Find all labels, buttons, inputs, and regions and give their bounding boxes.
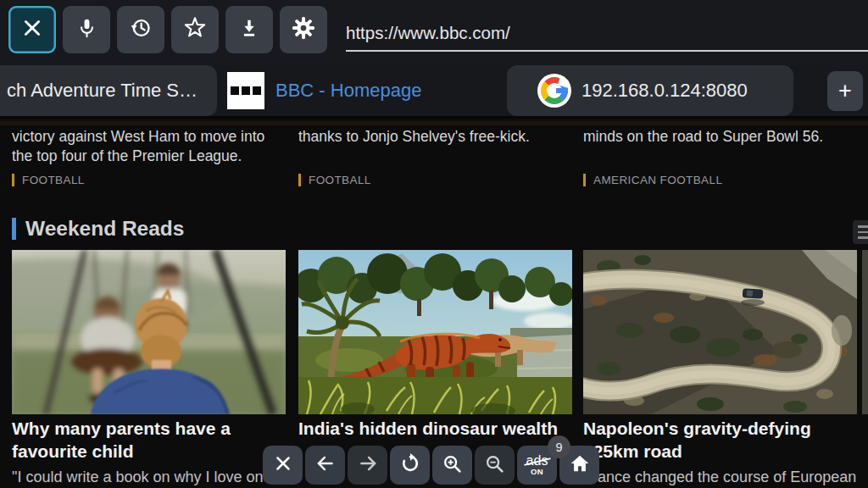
tab-strip: ch Adventure Time S… BBC - Homepage 192.… xyxy=(0,65,868,119)
card-snippet-line1: France changed the course of European xyxy=(583,468,857,486)
nav-zoom-out-button[interactable] xyxy=(475,446,515,485)
notification-badge: 9 xyxy=(548,435,570,458)
url-bar[interactable]: https://www.bbc.com/ xyxy=(346,23,868,52)
card-dinosaur-wealth[interactable]: India's hidden dinosaur wealth xyxy=(298,250,572,441)
history-icon xyxy=(129,16,153,43)
tab-title: 192.168.0.124:8080 xyxy=(581,80,748,102)
card-snippet-line1: "I could write a book on why I love one xyxy=(12,468,286,486)
settings-gear-icon xyxy=(291,15,316,44)
tag-bar xyxy=(583,174,586,186)
section-accent-bar xyxy=(12,218,16,240)
top-toolbar: https://www.bbc.com/ xyxy=(0,0,868,65)
new-tab-button[interactable]: + xyxy=(827,71,863,111)
history-button[interactable] xyxy=(117,6,164,53)
ads-label: ads xyxy=(526,454,548,467)
tag-label: FOOTBALL xyxy=(309,174,371,186)
nav-zoom-in-button[interactable] xyxy=(432,446,472,485)
ads-state-label: ON xyxy=(531,467,543,476)
close-button[interactable] xyxy=(8,6,56,53)
tab-title: BBC - Homepage xyxy=(275,80,421,102)
story-tag: FOOTBALL xyxy=(298,174,371,186)
forward-icon xyxy=(357,452,379,478)
close-icon xyxy=(21,17,43,42)
tag-bar xyxy=(12,174,14,186)
nav-forward-button[interactable] xyxy=(348,446,387,485)
microphone-icon xyxy=(75,17,98,43)
card-favourite-child[interactable]: Why many parents have a favourite child … xyxy=(12,250,286,488)
bbc-favicon xyxy=(227,72,264,109)
tag-label: FOOTBALL xyxy=(22,174,85,186)
home-icon xyxy=(569,452,591,478)
tab-local-server[interactable]: 192.168.0.124:8080 xyxy=(507,65,793,116)
story-text: thanks to Jonjo Shelvey's free-kick. xyxy=(298,127,572,147)
downloads-button[interactable] xyxy=(225,6,273,53)
tab-adventure-time[interactable]: ch Adventure Time S… xyxy=(0,65,217,116)
card-title: India's hidden dinosaur wealth xyxy=(298,418,572,441)
section-header: Weekend Reads xyxy=(12,217,184,241)
card-napoleon-road[interactable]: Napoleon's gravity-defying 325km road Fr… xyxy=(583,250,857,488)
story-tag: FOOTBALL xyxy=(12,174,85,186)
story-tag: AMERICAN FOOTBALL xyxy=(583,174,722,186)
refresh-icon xyxy=(399,452,421,478)
back-icon xyxy=(314,452,337,478)
story-text: minds on the road to Super Bowl 56. xyxy=(583,127,857,147)
plus-icon: + xyxy=(838,78,852,104)
download-icon xyxy=(238,17,260,42)
partial-next-card xyxy=(862,250,868,414)
tab-title: ch Adventure Time S… xyxy=(7,80,198,102)
nav-close-button[interactable] xyxy=(263,446,303,485)
floating-nav-toolbar: 9 xyxy=(263,446,599,485)
nav-refresh-button[interactable] xyxy=(390,446,430,485)
url-text: https://www.bbc.com/ xyxy=(346,23,510,42)
zoom-out-icon xyxy=(484,453,505,478)
zoom-in-icon xyxy=(442,453,463,478)
card-image-dinosaurs-illustration xyxy=(298,250,572,414)
card-image-parents-children-on-swings xyxy=(12,250,286,414)
card-image-aerial-hairpin-road xyxy=(583,250,857,414)
card-title: Why many parents have a favourite child xyxy=(12,418,286,463)
nav-back-button[interactable] xyxy=(305,446,345,485)
story-shelvey[interactable]: thanks to Jonjo Shelvey's free-kick. FOO… xyxy=(298,121,572,199)
close-icon xyxy=(273,453,293,477)
bookmarks-button[interactable] xyxy=(171,6,219,53)
settings-button[interactable] xyxy=(280,6,327,53)
tag-bar xyxy=(298,174,301,186)
card-title: Napoleon's gravity-defying 325km road xyxy=(583,418,857,463)
tab-bbc-homepage-active[interactable]: BBC - Homepage xyxy=(217,65,507,116)
section-title: Weekend Reads xyxy=(25,217,184,241)
google-favicon xyxy=(537,74,571,108)
story-super-bowl[interactable]: minds on the road to Super Bowl 56. AMER… xyxy=(583,121,857,199)
browser-screen: https://www.bbc.com/ ch Adventure Time S… xyxy=(0,0,868,488)
bookmark-star-icon xyxy=(183,16,207,43)
story-west-ham[interactable]: victory against West Ham to move into th… xyxy=(12,121,286,199)
tag-label: AMERICAN FOOTBALL xyxy=(593,174,722,186)
webpage-content: victory against West Ham to move into th… xyxy=(0,121,868,488)
menu-icon[interactable] xyxy=(853,220,868,244)
story-text: victory against West Ham to move into th… xyxy=(12,127,286,165)
voice-search-button[interactable] xyxy=(63,6,110,53)
